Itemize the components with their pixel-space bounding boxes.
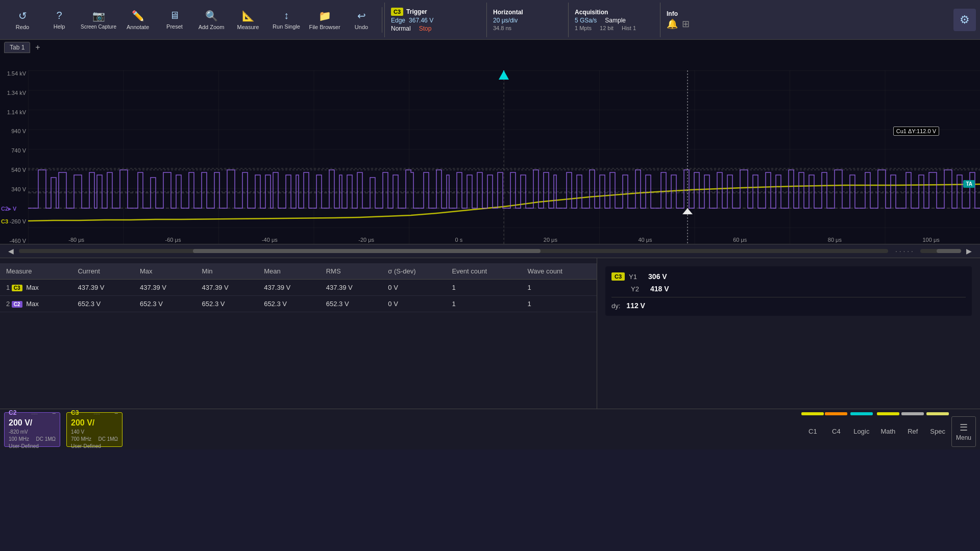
file-icon: 📁 xyxy=(318,10,331,22)
toolbar-right: ⚙ xyxy=(953,9,976,31)
c2-name: C2 xyxy=(9,409,16,417)
row1-measure: 1 C3 Max xyxy=(0,280,71,296)
c1-label: C1 xyxy=(808,428,817,435)
col-header-current: Current xyxy=(71,263,134,280)
tab-bar: Tab 1 + xyxy=(0,40,47,55)
c4-button[interactable]: C4 xyxy=(827,416,846,447)
table-row: 1 C3 Max 437.39 V 437.39 V 437.39 V 437.… xyxy=(0,280,597,296)
trigger-panel[interactable]: C3 Trigger Edge 367.46 V Normal Stop xyxy=(384,3,486,37)
file-browser-button[interactable]: 📁 File Browser xyxy=(306,3,343,37)
cursor-y2-label: Y2 xyxy=(631,285,646,293)
add-zoom-button[interactable]: 🔍 Add Zoom xyxy=(193,3,230,37)
logic-button[interactable]: Logic xyxy=(848,416,874,447)
waveform-svg xyxy=(28,70,980,244)
row2-wave-count: 1 xyxy=(522,296,597,312)
add-tab-button[interactable]: + xyxy=(32,42,43,53)
cursor-panel: C3 Y1 306 V Y2 418 V dy: 112 V xyxy=(605,266,972,316)
scroll-left-arrow[interactable]: ◀ xyxy=(5,246,17,256)
x-label-1: -60 μs xyxy=(165,237,181,243)
col-header-measure: Measure xyxy=(0,263,71,280)
run-single-button[interactable]: ↕ Run Single xyxy=(266,3,306,37)
c2-offset: -820 mV xyxy=(9,429,56,436)
annotate-button[interactable]: ✏️ Annotate xyxy=(119,3,156,37)
channel-controls: C2 ..... – 200 V/ -820 mV 100 MHz DC 1MΩ… xyxy=(0,409,980,449)
undo-button[interactable]: ↩ Undo xyxy=(343,3,380,37)
c2-voltage: 200 V/ xyxy=(9,417,56,429)
horizontal-title: Horizontal xyxy=(493,9,523,16)
right-panel: C3 Y1 306 V Y2 418 V dy: 112 V xyxy=(597,258,980,409)
c3-coupling: DC 1MΩ xyxy=(98,436,118,443)
zoom-icon: 🔍 xyxy=(205,10,218,22)
cursor-ch-badge: C3 xyxy=(611,272,625,281)
c3-dash: – xyxy=(115,409,118,417)
settings-button[interactable]: ⚙ xyxy=(953,9,976,31)
c3-dots: ..... xyxy=(93,410,100,416)
gear-icon: ⚙ xyxy=(960,13,970,27)
undo-label: Undo xyxy=(355,24,368,30)
math-button[interactable]: Math xyxy=(875,416,900,447)
cursor-tooltip: Cu1 ΔY:112.0 V xyxy=(893,127,939,136)
run-single-icon: ↕ xyxy=(284,10,289,21)
y-label-2: 1.14 kV xyxy=(7,109,26,115)
bottom-right-buttons: C1 C4 Logic Math xyxy=(801,412,976,447)
waveform-area[interactable]: Tab 1 + 1.54 kV 1.34 kV 1.14 kV 940 V 74… xyxy=(0,40,980,244)
cursor-y1-value: 306 V xyxy=(648,272,667,281)
measure-button[interactable]: 📐 Measure xyxy=(230,3,266,37)
c2-channel-control[interactable]: C2 ..... – 200 V/ -820 mV 100 MHz DC 1MΩ… xyxy=(4,412,60,447)
file-browser-label: File Browser xyxy=(309,24,340,30)
measure-icon: 📐 xyxy=(242,10,255,22)
row2-sdev: 0 V xyxy=(382,296,446,312)
screen-capture-label: Screen Capture xyxy=(81,24,116,30)
menu-button[interactable]: ☰ Menu xyxy=(951,416,976,447)
acquisition-panel[interactable]: Acquisition 5 GSa/s Sample 1 Mpts 12 bit… xyxy=(568,3,660,37)
pencil-icon: ✏️ xyxy=(132,10,144,22)
y-axis-labels: 1.54 kV 1.34 kV 1.14 kV 940 V 740 V 540 … xyxy=(0,70,28,244)
ref-button[interactable]: Ref xyxy=(902,416,923,447)
cursor-y1-row: C3 Y1 306 V xyxy=(611,272,966,281)
c3-offset: 140 V xyxy=(71,429,118,436)
redo-button[interactable]: ↺ Redo xyxy=(4,3,41,37)
c2-dash: – xyxy=(53,409,56,417)
add-zoom-label: Add Zoom xyxy=(199,24,225,30)
c3-channel-label: C3 xyxy=(1,218,8,224)
help-button[interactable]: ? Help xyxy=(41,3,78,37)
bottom-section: Measure Current Max Min Mean RMS σ (S-de… xyxy=(0,258,980,409)
c1-button[interactable]: C1 xyxy=(803,416,822,447)
tab-1[interactable]: Tab 1 xyxy=(4,42,30,53)
horizontal-panel[interactable]: Horizontal 20 μs/div 34.8 ns xyxy=(486,3,568,37)
screen-capture-button[interactable]: 📷 Screen Capture xyxy=(78,3,119,37)
scroll-track-right[interactable] xyxy=(920,249,961,253)
row1-wave-count: 1 xyxy=(522,280,597,296)
spec-label: Spec xyxy=(930,428,945,435)
row2-measure: 2 C2 Max xyxy=(0,296,71,312)
ref-label: Ref xyxy=(908,428,918,435)
x-label-7: 60 μs xyxy=(733,237,747,243)
col-header-rms: RMS xyxy=(320,263,382,280)
acquisition-points: 1 Mpts xyxy=(575,25,592,31)
cursor-dy-row: dy: 112 V xyxy=(611,297,966,310)
horizontal-time-div: 20 μs/div xyxy=(493,17,518,24)
measure-table: Measure Current Max Min Mean RMS σ (S-de… xyxy=(0,263,597,312)
col-header-min: Min xyxy=(196,263,258,280)
measure-label: Measure xyxy=(237,24,259,30)
row2-max: 652.3 V xyxy=(134,296,196,312)
y-label-1: 1.34 kV xyxy=(7,90,26,96)
row1-rms: 437.39 V xyxy=(320,280,382,296)
cursor-dy-label: dy: xyxy=(611,302,620,310)
scroll-track[interactable] xyxy=(19,249,888,253)
y-label-0: 1.54 kV xyxy=(7,70,26,77)
c3-channel-control[interactable]: C3 ..... – 200 V/ 140 V 700 MHz DC 1MΩ U… xyxy=(66,412,122,447)
preset-button[interactable]: 🖥 Preset xyxy=(156,3,193,37)
help-label: Help xyxy=(54,23,65,30)
scroll-right-arrow[interactable]: ▶ xyxy=(963,246,975,256)
trigger-title: Trigger xyxy=(406,8,427,15)
spec-button[interactable]: Spec xyxy=(925,416,950,447)
bell-icon: 🔔 xyxy=(667,18,678,30)
info-panel[interactable]: Info 🔔 ⊞ xyxy=(660,3,701,37)
col-header-wave-count: Wave count xyxy=(522,263,597,280)
camera-icon: 📷 xyxy=(92,10,105,22)
scrollbar-area[interactable]: ◀ · · · · · ▶ xyxy=(0,244,980,258)
scroll-dots: · · · · · xyxy=(890,247,918,255)
scroll-thumb xyxy=(193,249,541,253)
trigger-value: 367.46 V xyxy=(409,17,433,24)
